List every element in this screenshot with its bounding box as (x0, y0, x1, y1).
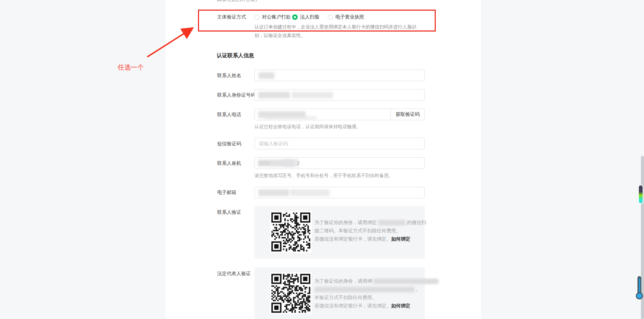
phone-help-text: 认证过程会致电该电话，认证期间请保持电话畅通。 (255, 124, 361, 130)
legal-verify-panel: 为了验证你的身份，请用绑 。 本验证方式不扣除任何费用。 若微信没有绑定银行卡，… (255, 267, 425, 319)
radio-label: 法人扫脸 (300, 14, 319, 20)
contact-id-label: 联系人身份证号码 (217, 92, 256, 98)
contact-id-input[interactable] (255, 89, 425, 101)
radio-unselected-icon (328, 15, 333, 20)
landline-help-text: 请完整地填写区号、手机号和分机号，用于手机联系不到你时备用。 (255, 173, 393, 179)
line1-suffix: 的微信扫 (407, 220, 426, 225)
contact-name-input[interactable] (255, 70, 425, 81)
contact-verify-line3: 若微信没有绑定银行卡，请先绑定。如何绑定 (314, 235, 410, 242)
line1-prefix: 为了验证你的身份，请用绑定 (314, 220, 377, 225)
annotation-note: 任选一个 (118, 63, 144, 72)
line1-prefix: 为了验证你的身份，请用绑 (314, 278, 372, 284)
redacted-value (282, 159, 299, 167)
landline-input[interactable]: 1533 2 (255, 157, 425, 169)
redacted-value (290, 189, 330, 196)
radio-e-business-license[interactable]: 电子营业执照 (328, 14, 364, 20)
contact-verify-line2: 描二维码。本验证方式不扣除任何费用。 (314, 227, 401, 234)
scroll-marker-capsule-icon (638, 185, 643, 204)
how-to-bind-link[interactable]: 如何绑定 (391, 236, 410, 242)
contact-name-label: 联系人姓名 (217, 73, 241, 79)
legal-verify-label: 法定代表人验证 (217, 271, 251, 277)
contact-verify-line1: 为了验证你的身份，请用绑定的微信扫 (314, 219, 426, 226)
redacted-value (373, 279, 438, 284)
radio-label: 对公账户打款 (262, 14, 291, 20)
radio-legal-face-scan[interactable]: 法人扫脸 (292, 14, 319, 20)
line4-text: 若微信没有绑定银行卡，请先绑定。 (314, 303, 391, 308)
radio-label: 电子营业执照 (335, 14, 364, 20)
redacted-value (265, 116, 317, 119)
email-input[interactable] (255, 187, 425, 198)
partially-visible-value: 2 (297, 160, 300, 166)
line2-suffix: 。 (416, 286, 421, 292)
verify-method-label: 主体验证方式 (217, 14, 246, 20)
clipped-top-text: 真实有效的对公账户 (217, 0, 260, 3)
legal-verify-line3: 本验证方式不扣除任何费用。 (314, 294, 377, 301)
legal-verify-line2: 。 (314, 286, 421, 293)
redacted-value (378, 220, 406, 225)
sms-code-label: 短信验证码 (217, 141, 241, 147)
redacted-value (259, 72, 274, 79)
contact-verify-panel: 为了验证你的身份，请用绑定的微信扫 描二维码。本验证方式不扣除任何费用。 若微信… (255, 206, 425, 259)
page: 真实有效的对公账户 主体验证方式 对公账户打款 法人扫脸 电子营业执照 认证订单… (0, 0, 644, 319)
scroll-thermometer-bulb-icon (636, 292, 643, 299)
verify-method-desc-line2: 别，以验证企业真实性。 (255, 33, 306, 39)
radio-selected-icon (292, 14, 298, 20)
sms-code-placeholder: 请输入验证码 (255, 138, 424, 149)
redacted-value (258, 92, 290, 98)
verify-method-desc-line1: 认证订单创建过程中，企业法人需使用绑定本人银行卡的微信扫码并进行人脸识 (255, 24, 417, 30)
line3-text: 若微信没有绑定银行卡，请先绑定。 (314, 236, 391, 242)
redacted-value (292, 92, 333, 98)
contact-phone-label: 联系人电话 (217, 112, 241, 118)
qr-code (270, 272, 312, 314)
contact-phone-input[interactable]: 获取验证码 (255, 109, 425, 120)
get-sms-code-button[interactable]: 获取验证码 (391, 109, 424, 120)
qr-code (270, 211, 312, 253)
legal-verify-line1: 为了验证你的身份，请用绑 (314, 278, 440, 284)
radio-bank-transfer[interactable]: 对公账户打款 (255, 14, 291, 20)
email-label: 电子邮箱 (217, 189, 236, 196)
section-title: 认证联系人信息 (217, 52, 254, 59)
sms-code-input[interactable]: 请输入验证码 (255, 138, 425, 149)
landline-label: 联系人座机 (217, 160, 241, 167)
redacted-value (314, 287, 414, 292)
redacted-value (258, 189, 289, 196)
how-to-bind-link[interactable]: 如何绑定 (391, 303, 410, 308)
radio-unselected-icon (255, 15, 260, 20)
contact-verify-label: 联系人验证 (217, 209, 241, 216)
legal-verify-line4: 若微信没有绑定银行卡，请先绑定。如何绑定 (314, 302, 410, 309)
